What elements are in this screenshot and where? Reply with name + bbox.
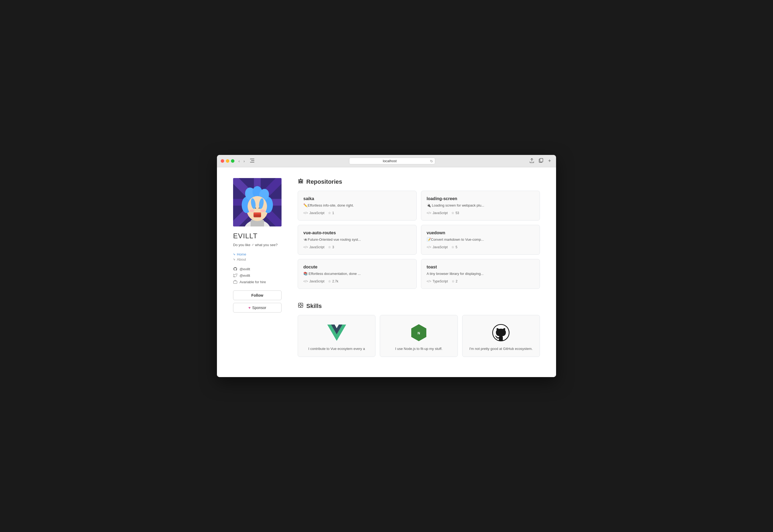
svg-point-28	[260, 210, 265, 212]
share-button[interactable]	[528, 158, 535, 164]
star-icon: ☆	[328, 211, 331, 215]
skill-card-vue: I contribute to Vue ecosytem every a	[298, 315, 375, 357]
repo-language: </> TypeScript	[427, 279, 448, 283]
repo-meta: </> JavaScript ☆ 53	[427, 211, 534, 215]
repo-stars: ☆ 1	[328, 211, 334, 215]
nav-links: ↳ Home ↳ About	[233, 252, 281, 261]
username: EVILLT	[233, 232, 281, 240]
browser-actions: +	[528, 158, 552, 164]
repo-card-loading-screen: loading-screen 🔌 Loading screen for webp…	[421, 191, 540, 221]
svg-rect-30	[253, 212, 261, 214]
repo-meta: </> JavaScript ☆ 1	[303, 211, 411, 215]
social-github: @evillt	[233, 267, 281, 271]
code-icon: </>	[303, 279, 308, 283]
repo-card-saika: saika ✏️Effortless info-site, done right…	[298, 191, 417, 221]
star-icon: ☆	[452, 211, 454, 215]
svg-rect-34	[298, 180, 303, 180]
repositories-grid: saika ✏️Effortless info-site, done right…	[298, 191, 540, 289]
browser-nav: ‹ ›	[237, 158, 246, 164]
social-twitter: @evillt	[233, 273, 281, 278]
bio: Do you like ♂ what you see?	[233, 243, 281, 247]
skills-icon	[298, 302, 303, 310]
repo-card-docute: docute 📚 Effortless documentation, done …	[298, 259, 417, 289]
star-icon: ☆	[452, 245, 454, 249]
repositories-section-title: Repositories	[298, 178, 540, 185]
traffic-lights	[221, 159, 234, 163]
back-button[interactable]: ‹	[237, 158, 241, 164]
nav-link-about[interactable]: ↳ About	[233, 257, 281, 261]
repo-stars: ☆ 2.7k	[328, 279, 338, 283]
code-icon: </>	[303, 245, 308, 249]
browser-toolbar: ‹ › localhost ↻	[217, 155, 556, 167]
repo-stars: ☆ 3	[328, 245, 334, 249]
repo-language: </> JavaScript	[303, 211, 324, 215]
github-icon	[233, 267, 237, 271]
repo-stars: ☆ 2	[452, 279, 458, 283]
repo-meta: </> JavaScript ☆ 2.7k	[303, 279, 411, 283]
nodejs-logo: N	[410, 323, 428, 342]
twitter-icon	[233, 273, 237, 278]
browser-window: ‹ › localhost ↻	[217, 155, 556, 377]
vue-logo	[327, 323, 346, 342]
star-icon: ☆	[328, 245, 331, 249]
svg-text:N: N	[418, 331, 420, 335]
code-icon: </>	[427, 211, 431, 215]
repo-card-vuedown: vuedown 📝Convert markdown to Vue-comp...…	[421, 225, 540, 255]
skill-card-github: I'm not pretty good at GitHub ecosystem.	[462, 315, 540, 357]
social-links: @evillt @evillt	[233, 267, 281, 284]
sidebar: EVILLT Do you like ♂ what you see? ↳ Hom…	[233, 178, 281, 366]
svg-rect-36	[298, 183, 303, 183]
forward-button[interactable]: ›	[242, 158, 246, 164]
svg-point-27	[249, 210, 254, 212]
avatar	[233, 178, 281, 226]
heart-icon: ♥	[248, 306, 250, 310]
svg-point-38	[299, 304, 301, 306]
minimize-button[interactable]	[226, 159, 229, 163]
add-tab-button[interactable]: +	[547, 158, 552, 164]
star-icon: ☆	[328, 279, 331, 283]
arrow-icon: ↳	[233, 253, 235, 256]
skills-section-title: Skills	[298, 302, 540, 310]
svg-rect-0	[250, 159, 254, 159]
svg-rect-2	[250, 162, 254, 162]
sponsor-button[interactable]: ♥ Sponsor	[233, 303, 281, 313]
repo-meta: </> JavaScript ☆ 3	[303, 245, 411, 249]
skills-grid: I contribute to Vue ecosytem every a N I…	[298, 315, 540, 357]
duplicate-button[interactable]	[538, 158, 545, 164]
briefcase-icon	[233, 280, 237, 284]
arrow-icon: ↳	[233, 258, 235, 261]
reload-button[interactable]: ↻	[430, 159, 433, 163]
close-button[interactable]	[221, 159, 224, 163]
skill-card-nodejs: N I use Node.js to fit-up my stuff.	[380, 315, 458, 357]
repo-meta: </> JavaScript ☆ 5	[427, 245, 534, 249]
maximize-button[interactable]	[231, 159, 234, 163]
svg-rect-4	[540, 158, 543, 162]
repo-language: </> JavaScript	[427, 245, 448, 249]
svg-rect-1	[251, 160, 254, 161]
follow-button[interactable]: Follow	[233, 290, 281, 300]
repo-stars: ☆ 53	[452, 211, 459, 215]
code-icon: </>	[427, 279, 431, 283]
code-icon: </>	[427, 245, 431, 249]
nav-link-home[interactable]: ↳ Home	[233, 252, 281, 256]
repo-stars: ☆ 5	[452, 245, 457, 249]
star-icon: ☆	[452, 279, 455, 283]
repo-language: </> JavaScript	[303, 279, 324, 283]
github-skill-logo	[492, 323, 510, 342]
url-input[interactable]: localhost	[349, 158, 435, 164]
repo-card-toast: toast A tiny browser library for display…	[421, 259, 540, 289]
repo-language: </> JavaScript	[303, 245, 324, 249]
svg-rect-33	[233, 281, 237, 283]
page-content: EVILLT Do you like ♂ what you see? ↳ Hom…	[217, 167, 556, 377]
repo-language: </> JavaScript	[427, 211, 448, 215]
repo-card-vue-auto-routes: vue-auto-routes 🖲 Future-Oriented vue ro…	[298, 225, 417, 255]
code-icon: </>	[303, 211, 308, 215]
repo-meta: </> TypeScript ☆ 2	[427, 279, 534, 283]
address-bar: localhost ↻	[258, 158, 526, 164]
repositories-icon	[298, 178, 303, 185]
social-work: Avariable for hire	[233, 280, 281, 284]
svg-rect-35	[298, 181, 303, 182]
sidebar-toggle-button[interactable]	[249, 158, 256, 164]
main-content: Repositories saika ✏️Effortless info-sit…	[298, 178, 540, 366]
